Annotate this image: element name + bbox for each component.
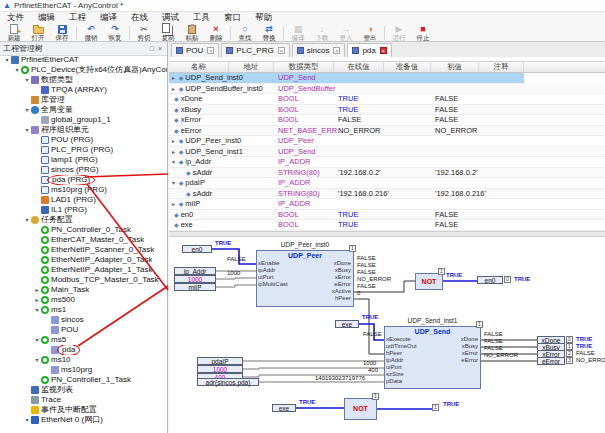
table-row-udp-send-inst0[interactable]: ▸ ◆UDP_Send_inst0UDP_Send: [169, 73, 524, 84]
expander-icon[interactable]: ▾: [13, 65, 21, 75]
tree-item-tpqa-array[interactable]: TPQA (ARRAY): [0, 85, 167, 95]
tab-close-icon[interactable]: ×: [278, 47, 285, 54]
tree-item-data-types[interactable]: ▾数据类型: [0, 75, 167, 85]
tree-item-pda-prg[interactable]: pda (PRG): [0, 175, 167, 185]
tree-item-ms1-pou[interactable]: POU: [0, 325, 167, 335]
tree-item-watch-list[interactable]: 监视列表: [0, 385, 167, 395]
toolbar-button-copy[interactable]: 复制: [156, 24, 180, 41]
tree-item-library-manager[interactable]: 库管理: [0, 95, 167, 105]
column-header-0[interactable]: 名称: [169, 62, 229, 72]
toolbar-button-run[interactable]: ▶运行: [387, 24, 411, 41]
toolbar-button-login[interactable]: →登入: [334, 24, 358, 41]
table-row-udp-peer-inst0[interactable]: ▸ ◆UDP_Peer_inst0UDP_Peer: [169, 136, 605, 147]
toolbar-button-replace[interactable]: ⇄替换: [257, 24, 281, 41]
table-row-udp-send-inst1[interactable]: ▸ ◆UDP_Send_inst1UDP_Send: [169, 147, 605, 158]
expander-icon[interactable]: ▾: [23, 75, 31, 85]
fbd-source-box-1000[interactable]: 1000: [197, 365, 243, 373]
tree-item-trace[interactable]: Trace: [0, 395, 167, 405]
tab-close-icon[interactable]: ×: [380, 47, 387, 54]
expander-icon[interactable]: ▾: [3, 55, 11, 65]
tree-item-ethernetip-adapter-1-task[interactable]: EtherNetIP_Adapter_1_Task: [0, 265, 167, 275]
expander-icon[interactable]: ▾: [23, 125, 31, 135]
column-header-3[interactable]: 在线值: [334, 62, 384, 72]
tree-item-ms1[interactable]: ▾ms1: [0, 305, 167, 315]
expander-icon[interactable]: ▾: [33, 335, 41, 345]
tree-item-ms10prg-prg[interactable]: ms10prg (PRG): [0, 185, 167, 195]
menu-item-file[interactable]: 文件: [0, 12, 31, 24]
toolbar-button-open[interactable]: 打开: [26, 24, 50, 41]
menu-item-online[interactable]: 在线: [124, 12, 155, 24]
column-header-4[interactable]: 准备值: [384, 62, 431, 72]
table-row-xerror[interactable]: ◆xErrorBOOLFALSEFALSE: [169, 115, 605, 126]
table-row-xbusy[interactable]: ◆xBusyBOOLTRUEFALSE: [169, 105, 605, 116]
fbd-assign-box-eError[interactable]: eError: [537, 357, 565, 365]
table-row-exe[interactable]: ◆exeBOOLTRUEFALSE: [169, 220, 605, 231]
tab-plc-prg[interactable]: PLC_PRG×: [221, 43, 289, 57]
row-expander-icon[interactable]: ▸: [172, 75, 177, 81]
tree-item-ethernetip-adapter-0-task[interactable]: EtherNetIP_Adapter_0_Task: [0, 255, 167, 265]
tree-item-global-variables[interactable]: ▾全局变量: [0, 105, 167, 115]
table-row-en0[interactable]: ◆en0BOOLTRUEFALSE: [169, 210, 605, 221]
expander-icon[interactable]: ▾: [33, 355, 41, 365]
tab-sincos[interactable]: sincos×: [292, 43, 346, 57]
fbd-assign-box-en0[interactable]: en0: [477, 276, 503, 284]
menu-item-edit[interactable]: 编辑: [31, 12, 62, 24]
tree-item-ms10[interactable]: ▾ms10: [0, 355, 167, 365]
column-header-5[interactable]: 初值: [431, 62, 479, 72]
tree-item-pn-controller-1-task[interactable]: PN_Controller_1_Task: [0, 375, 167, 385]
expander-icon[interactable]: ▾: [33, 305, 41, 315]
toolbar-button-paste[interactable]: 粘贴: [180, 24, 204, 41]
fbd-source-box-exe[interactable]: exe: [335, 320, 359, 328]
expander-icon[interactable]: ▾: [23, 415, 31, 425]
tree-item-ethernetip-scanner-0-task[interactable]: EtherNetIP_Scanner_0_Task: [0, 245, 167, 255]
tree-item-sincos-prg[interactable]: sincos (PRG): [0, 165, 167, 175]
toolbar-button-redo[interactable]: ↷恢复: [103, 24, 127, 41]
tree-item-ms5[interactable]: ▾ms5: [0, 335, 167, 345]
tree-item-plc-prg[interactable]: PLC_PRG (PRG): [0, 145, 167, 155]
row-expander-icon[interactable]: ▾: [172, 159, 177, 165]
toolbar-button-stop[interactable]: ■停止: [411, 24, 435, 41]
toolbar-button-download[interactable]: ↓下载: [310, 24, 334, 41]
tab-close-icon[interactable]: ×: [333, 47, 340, 54]
column-header-1[interactable]: 地址: [229, 62, 274, 72]
tree-item-main-task[interactable]: ▸Main_Task: [0, 285, 167, 295]
tree-item-lad1-prg[interactable]: LAD1 (PRG): [0, 195, 167, 205]
tree-item-lamp1-prg[interactable]: lamp1 (PRG): [0, 155, 167, 165]
toolbar-button-save[interactable]: 保存: [50, 24, 74, 41]
table-row-udp-sendbuffer-inst0[interactable]: ▸ ◆UDP_SendBuffer_inst0UDP_SendBuffer: [169, 84, 605, 95]
tree-item-ethernet-0[interactable]: ▾EtherNet 0 (网口): [0, 415, 167, 425]
tree-item-task-config[interactable]: ▾任务配置: [0, 215, 167, 225]
expander-icon[interactable]: ▸: [33, 295, 41, 305]
toolbar-button-new[interactable]: 新建: [2, 24, 26, 41]
tab-close-icon[interactable]: ×: [207, 47, 214, 54]
table-row-miip[interactable]: ▸ ◆miIPIP_ADDR: [169, 199, 605, 210]
toolbar-button-delete[interactable]: ×删除: [204, 24, 228, 41]
dock-pin-icon[interactable]: □: [148, 44, 156, 54]
row-expander-icon[interactable]: ▸: [172, 138, 177, 144]
tree-item-pou-prg[interactable]: POU (PRG): [0, 135, 167, 145]
tree-item-pn-controller-0-task[interactable]: PN_Controller_0_Task: [0, 225, 167, 235]
table-row-eerror[interactable]: ◆eErrorNET_BASE_ERR...NO_ERRORNO_ERROR: [169, 126, 605, 137]
row-expander-icon[interactable]: ▸: [172, 149, 177, 155]
table-row-xdone[interactable]: ◆xDoneBOOLTRUEFALSE: [169, 94, 605, 105]
expander-icon[interactable]: ▾: [23, 105, 31, 115]
tree-item-ms1-sincos[interactable]: sincos: [0, 315, 167, 325]
fbd-source-box-en0[interactable]: en0: [182, 245, 212, 253]
expander-icon[interactable]: ▸: [33, 285, 41, 295]
tree-item-project-root[interactable]: ▾PrfinetEtherCAT: [0, 55, 167, 65]
menu-item-window[interactable]: 窗口: [217, 12, 248, 24]
tab-pou[interactable]: POU×: [171, 43, 219, 57]
menu-item-build[interactable]: 编译: [93, 12, 124, 24]
tree-item-il1-prg[interactable]: IL1 (PRG): [0, 205, 167, 215]
tree-item-ms500[interactable]: ▸ms500: [0, 295, 167, 305]
table-row-pdaip[interactable]: ▾ ◆pdaIPIP_ADDR: [169, 178, 605, 189]
fbd-source-box-adr-sincos-pda-[interactable]: adr(sincos.pda): [197, 378, 259, 386]
tree-item-modbus-tcp-master-0-task[interactable]: Modbus_TCP_Master_0_Task: [0, 275, 167, 285]
expander-icon[interactable]: ▾: [23, 215, 31, 225]
menu-item-tools[interactable]: 工具: [186, 12, 217, 24]
fbd-source-box-1000[interactable]: 1000: [174, 275, 216, 283]
table-row-ip-addr-saddr[interactable]: ◆sAddrSTRING(80)'192.168.0.2''192.168.0.…: [169, 168, 605, 179]
table-row-ip-addr[interactable]: ▾ ◆ip_AddrIP_ADDR: [169, 157, 605, 168]
tab-pda[interactable]: pda×: [347, 43, 391, 57]
tree-item-ms5-pda[interactable]: pda: [0, 345, 167, 355]
